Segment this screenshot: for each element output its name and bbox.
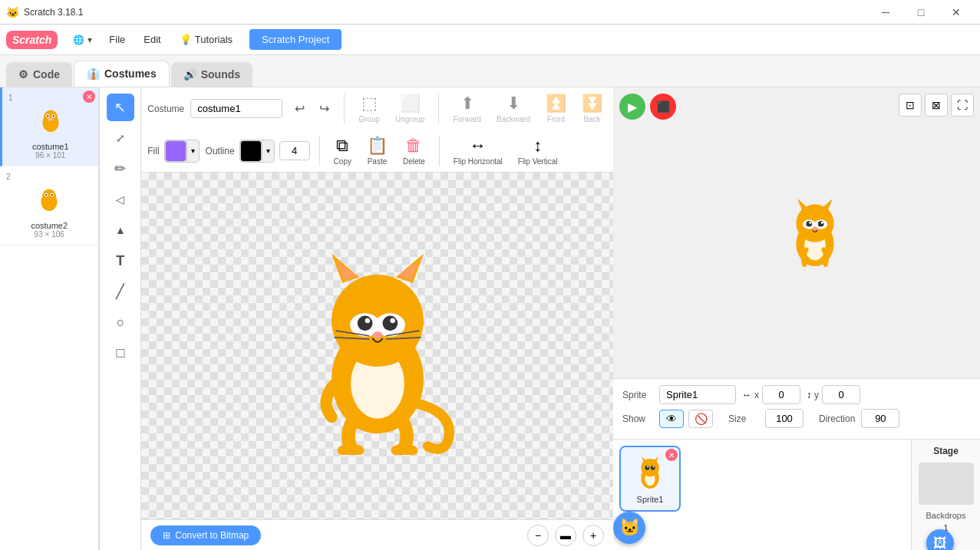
outline-size-input[interactable] <box>279 141 310 160</box>
scratch-logo[interactable]: Scratch <box>6 31 58 49</box>
flip-h-label: Flip Horizontal <box>454 157 503 166</box>
rectangle-tool-button[interactable]: □ <box>107 339 134 367</box>
svg-point-1 <box>44 110 58 124</box>
close-button[interactable]: ✕ <box>939 0 974 25</box>
copy-button[interactable]: ⧉ Copy <box>329 133 356 169</box>
fill-section: Fill ▾ <box>147 140 199 163</box>
file-menu[interactable]: File <box>101 29 133 50</box>
show-visible-button[interactable]: 👁 <box>659 410 684 428</box>
backward-label: Backward <box>497 115 530 124</box>
paste-button[interactable]: 📋 Paste <box>362 133 392 169</box>
select-tool-button[interactable]: ↖ <box>107 94 134 121</box>
zoom-in-button[interactable]: + <box>582 525 604 546</box>
language-button[interactable]: 🌐 ▾ <box>67 31 98 48</box>
backward-button[interactable]: ⬇ Backward <box>492 91 535 127</box>
copy-label: Copy <box>334 157 351 166</box>
stage-fullscreen-button[interactable]: ⛶ <box>951 94 974 117</box>
add-backdrop-button[interactable]: 🖼 <box>926 529 954 550</box>
y-input[interactable] <box>822 385 860 404</box>
costume-number-2: 2 <box>6 173 11 181</box>
costume-preview-1 <box>28 102 74 140</box>
group-button[interactable]: ⬚ Group <box>354 91 384 127</box>
zoom-out-button[interactable]: − <box>527 525 549 546</box>
sprite-item-sprite1[interactable]: ✕ Sprit <box>619 446 681 512</box>
zoom-reset-button[interactable]: ▬ <box>555 525 576 546</box>
tab-sounds-label: Sounds <box>201 68 240 81</box>
delete-costume-1-button[interactable]: ✕ <box>83 91 95 103</box>
tutorials-menu[interactable]: 💡 Tutorials <box>172 29 240 50</box>
drawing-canvas[interactable] <box>141 173 613 519</box>
svg-point-32 <box>391 444 417 455</box>
y-coord-group: ↕ y <box>807 385 860 404</box>
fill-label: Fill <box>147 146 159 156</box>
tab-sounds[interactable]: 🔊 Sounds <box>171 62 252 87</box>
zoom-controls: − ▬ + <box>527 525 604 546</box>
sprite-name-input[interactable] <box>659 385 736 404</box>
convert-to-bitmap-button[interactable]: ⊞ Convert to Bitmap <box>150 525 261 545</box>
costume-1-thumbnail <box>31 104 70 139</box>
fill-dropdown-arrow-icon: ▾ <box>186 140 199 162</box>
green-flag-button[interactable]: ▶ <box>619 94 645 120</box>
flip-vertical-button[interactable]: ↕ Flip Vertical <box>513 133 563 169</box>
delete-sprite-button[interactable]: ✕ <box>665 449 678 461</box>
stage-backdrop-thumbnail[interactable] <box>919 463 974 505</box>
flip-left-button[interactable]: ↩ <box>289 98 310 120</box>
eraser-tool-button[interactable]: ◁ <box>107 186 134 213</box>
svg-point-24 <box>365 318 370 324</box>
reshape-tool-button[interactable]: ⤢ <box>107 124 134 152</box>
outline-color-picker[interactable]: ▾ <box>239 140 275 163</box>
y-arrows-icon: ↕ <box>807 390 811 400</box>
titlebar-text: Scratch 3.18.1 <box>24 7 868 18</box>
tab-costumes[interactable]: 👔 Costumes <box>74 61 170 87</box>
tab-costumes-label: Costumes <box>104 68 157 80</box>
tutorials-label: Tutorials <box>195 34 233 45</box>
forward-button[interactable]: ⬆ Forward <box>448 91 486 127</box>
show-hidden-button[interactable]: 🚫 <box>688 410 713 428</box>
flip-horizontal-button[interactable]: ↔ Flip Horizontal <box>449 133 507 169</box>
costume-item-2[interactable]: 2 costume2 93 × 106 <box>0 166 98 245</box>
delete-button[interactable]: 🗑 Delete <box>398 133 430 169</box>
text-tool-button[interactable]: T <box>107 247 134 275</box>
svg-point-6 <box>48 117 54 121</box>
costume-item-1[interactable]: 1 ✕ costume1 96 × 101 <box>0 87 98 166</box>
svg-point-11 <box>45 193 47 195</box>
convert-icon: ⊞ <box>163 530 170 541</box>
minimize-button[interactable]: ─ <box>868 0 903 25</box>
project-title-button[interactable]: Scratch Project <box>249 29 342 50</box>
fill-color-picker[interactable]: ▾ <box>164 140 200 163</box>
sprite-list: ✕ Sprit <box>613 440 911 550</box>
maximize-button[interactable]: □ <box>903 0 939 25</box>
line-tool-button[interactable]: ╱ <box>107 278 134 305</box>
brush-tool-button[interactable]: ✏ <box>107 155 134 183</box>
svg-point-41 <box>818 220 824 226</box>
toolbar-divider-2 <box>438 94 439 124</box>
x-arrows-icon: ↔ <box>742 390 751 400</box>
size-input[interactable] <box>765 409 803 428</box>
costume-name-input[interactable] <box>190 99 282 118</box>
circle-tool-button[interactable]: ○ <box>107 308 134 336</box>
costume-name-1: costume1 <box>32 142 69 151</box>
x-input[interactable] <box>762 385 800 404</box>
back-icon: ⏬ <box>582 94 602 114</box>
ungroup-label: Ungroup <box>395 115 424 124</box>
stage-normal-button[interactable]: ⊠ <box>925 94 948 117</box>
svg-point-31 <box>337 444 364 455</box>
paste-icon: 📋 <box>367 136 388 156</box>
stage-small-button[interactable]: ⊡ <box>899 94 922 117</box>
front-button[interactable]: ⏫ Front <box>541 91 571 127</box>
flip-right-button[interactable]: ↪ <box>313 98 335 120</box>
titlebar: 🐱 Scratch 3.18.1 ─ □ ✕ <box>0 0 980 25</box>
svg-point-44 <box>813 226 817 230</box>
ungroup-button[interactable]: ⬜ Ungroup <box>391 91 429 127</box>
edit-menu[interactable]: Edit <box>136 29 168 50</box>
delete-label: Delete <box>403 157 425 166</box>
back-button[interactable]: ⏬ Back <box>577 91 607 127</box>
sounds-icon: 🔊 <box>183 68 196 81</box>
stop-button[interactable]: ⬛ <box>650 94 676 120</box>
stage-view-controls: ⊡ ⊠ ⛶ <box>899 94 974 117</box>
fill-tool-button[interactable]: ▲ <box>107 216 134 244</box>
add-sprite-button[interactable]: 🐱 <box>613 512 645 544</box>
tutorials-icon: 💡 <box>180 34 192 45</box>
tab-code[interactable]: ⚙ Code <box>6 62 72 87</box>
direction-input[interactable] <box>861 409 899 428</box>
